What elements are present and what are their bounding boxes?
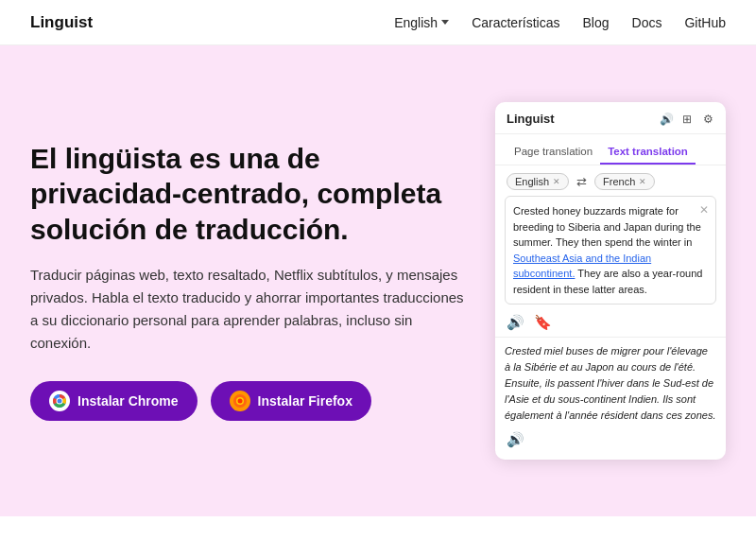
nav-docs[interactable]: Docs xyxy=(632,15,662,30)
chrome-icon xyxy=(49,391,70,411)
nav-caracteristicas[interactable]: Características xyxy=(472,15,559,30)
svg-point-5 xyxy=(58,399,62,404)
tab-text-translation[interactable]: Text translation xyxy=(600,142,696,165)
hero-description: Traducir páginas web, texto resaltado, N… xyxy=(30,264,465,355)
language-selector[interactable]: English xyxy=(394,15,449,30)
ext-divider xyxy=(495,337,726,338)
hero-section: El lingüista es una de privacidad-centra… xyxy=(0,45,756,516)
translated-text: Crested miel buses de migrer pour l'élev… xyxy=(505,345,715,421)
swap-icon[interactable]: ⇄ xyxy=(575,175,589,189)
features-section: Características Translation preferences … xyxy=(0,516,756,557)
ext-tabs: Page translation Text translation xyxy=(495,134,726,165)
target-lang-label: French xyxy=(603,176,635,187)
source-lang-x[interactable]: ✕ xyxy=(553,177,560,186)
firefox-icon xyxy=(230,391,250,411)
ext-title: Linguist xyxy=(507,112,555,126)
nav-blog[interactable]: Blog xyxy=(582,15,609,30)
source-close-icon[interactable]: ✕ xyxy=(699,201,709,218)
trans-play-icon[interactable]: 🔊 xyxy=(507,431,524,448)
ext-translated-box: Crested miel buses de migrer pour l'élev… xyxy=(505,343,716,424)
install-firefox-button[interactable]: Instalar Firefox xyxy=(211,381,371,421)
nav-github[interactable]: GitHub xyxy=(684,15,726,30)
source-play-icon[interactable]: 🔊 xyxy=(507,314,524,331)
ext-lang-row: English ✕ ⇄ French ✕ xyxy=(495,165,726,196)
logo: Linguist xyxy=(30,13,93,32)
tab-page-translation[interactable]: Page translation xyxy=(507,142,600,165)
source-text: Crested honey buzzards migrate for breed… xyxy=(513,205,702,295)
hero-text: El lingüista es una de privacidad-centra… xyxy=(30,141,465,422)
extension-card: Linguist 🔊 ⊞ ⚙ Page translation Text tra… xyxy=(495,102,726,460)
install-firefox-label: Instalar Firefox xyxy=(258,393,352,409)
ext-source-actions: 🔊 🔖 xyxy=(495,310,726,337)
hero-buttons: Instalar Chrome Instalar Firefox xyxy=(30,381,465,421)
install-chrome-button[interactable]: Instalar Chrome xyxy=(30,381,198,421)
source-bookmark-icon[interactable]: 🔖 xyxy=(534,314,552,331)
layout-icon[interactable]: ⊞ xyxy=(680,113,694,126)
svg-point-9 xyxy=(237,399,242,404)
target-lang-x[interactable]: ✕ xyxy=(639,177,646,186)
language-label: English xyxy=(394,15,438,30)
sound-icon[interactable]: 🔊 xyxy=(660,113,673,126)
ext-source-box: ✕ Crested honey buzzards migrate for bre… xyxy=(505,196,716,305)
target-lang-badge[interactable]: French ✕ xyxy=(594,173,655,190)
hero-heading: El lingüista es una de privacidad-centra… xyxy=(30,141,465,248)
install-chrome-label: Instalar Chrome xyxy=(77,393,179,409)
ext-header: Linguist 🔊 ⊞ ⚙ xyxy=(495,102,726,134)
source-lang-label: English xyxy=(515,176,549,187)
gear-icon[interactable]: ⚙ xyxy=(701,113,714,126)
source-lang-badge[interactable]: English ✕ xyxy=(507,173,569,190)
nav: English Características Blog Docs GitHub xyxy=(394,15,726,30)
chevron-down-icon xyxy=(441,20,449,25)
ext-trans-actions: 🔊 xyxy=(495,426,726,448)
ext-header-icons: 🔊 ⊞ ⚙ xyxy=(660,113,714,126)
